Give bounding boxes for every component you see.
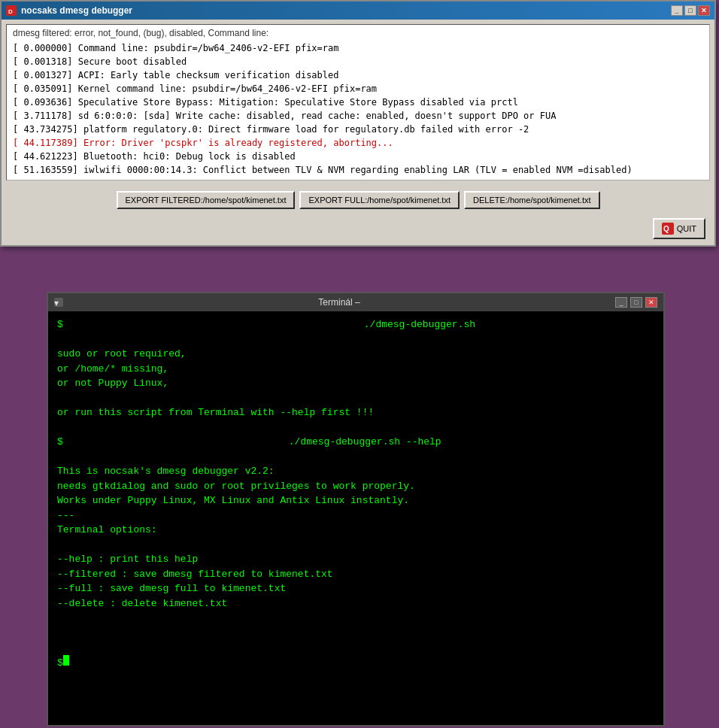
blank-8 xyxy=(57,640,654,655)
delete-button[interactable]: DELETE:/home/spot/kimenet.txt xyxy=(464,191,600,209)
term-line-help: or run this script from Terminal with --… xyxy=(57,405,654,420)
command-text-2: ./dmesg-debugger.sh --help xyxy=(289,435,441,450)
command-line-2: $ ./dmesg-debugger.sh --help xyxy=(57,435,654,450)
terminal-body: $ ./dmesg-debugger.sh sudo or root requi… xyxy=(48,311,663,725)
blank-2 xyxy=(57,391,654,406)
svg-text:D: D xyxy=(8,8,13,14)
blank-7 xyxy=(57,626,654,641)
term-line-opt-help: --help : print this help xyxy=(57,552,654,567)
terminal-close-button[interactable]: ✕ xyxy=(645,297,657,308)
maximize-button[interactable]: □ xyxy=(684,5,696,16)
term-line-options: Terminal options: xyxy=(57,523,654,538)
term-line-opt-full: --full : save dmesg full to kimenet.txt xyxy=(57,581,654,596)
terminal-minimize-button[interactable]: _ xyxy=(615,297,627,308)
terminal-title: Terminál – xyxy=(318,297,360,308)
final-prompt-line: $ xyxy=(57,655,654,671)
log-line-1: [ 0.001318] Secure boot disabled xyxy=(13,55,703,68)
command-text-1: ./dmesg-debugger.sh xyxy=(364,317,475,332)
terminal-menu-button[interactable]: ▾ xyxy=(54,298,63,307)
minimize-button[interactable]: _ xyxy=(671,5,683,16)
export-full-button[interactable]: EXPORT FULL:/home/spot/kimenet.txt xyxy=(299,191,460,209)
close-button[interactable]: ✕ xyxy=(698,5,710,16)
export-filtered-button[interactable]: EXPORT FILTERED:/home/spot/kimenet.txt xyxy=(117,191,296,209)
log-lines: [ 0.000000] Command line: psubdir=/bw64_… xyxy=(13,41,703,177)
log-line-0: [ 0.000000] Command line: psubdir=/bw64_… xyxy=(13,41,703,55)
term-line-works: Works under Puppy Linux, MX Linux and An… xyxy=(57,493,654,508)
blank-6 xyxy=(57,611,654,626)
blank-5 xyxy=(57,538,654,553)
quit-icon: Q xyxy=(662,223,674,235)
svg-text:Q: Q xyxy=(663,225,669,233)
bottom-row: Q QUIT xyxy=(2,215,714,245)
log-line-5: [ 3.711178] sd 6:0:0:0: [sda] Write cach… xyxy=(13,109,703,123)
filter-label: dmesg filtered: error, not_found, (bug),… xyxy=(13,28,703,38)
terminal-maximize-button[interactable]: □ xyxy=(630,297,642,308)
quit-label: QUIT xyxy=(677,224,696,233)
terminal-title-bar: ▾ Terminál – _ □ ✕ xyxy=(48,293,663,311)
main-window: D nocsaks dmesg debugger _ □ ✕ dmesg fil… xyxy=(0,0,716,247)
log-line-4: [ 0.093636] Speculative Store Bypass: Mi… xyxy=(13,96,703,109)
app-icon: D xyxy=(6,5,17,16)
term-line-opt-filtered: --filtered : save dmesg filtered to kime… xyxy=(57,567,654,582)
term-line-needs: needs gtkdialog and sudo or root privile… xyxy=(57,479,654,494)
prompt-2: $ xyxy=(57,435,63,450)
log-line-3: [ 0.035091] Kernel command line: psubdir… xyxy=(13,82,703,96)
log-line-9: [ 51.163559] iwlwifi 0000:00:14.3: Confl… xyxy=(13,163,703,177)
blank-4 xyxy=(57,450,654,465)
title-bar-buttons: _ □ ✕ xyxy=(671,5,710,16)
log-line-2: [ 0.001327] ACPI: Early table checksum v… xyxy=(13,68,703,82)
quit-button[interactable]: Q QUIT xyxy=(653,218,705,239)
log-line-8: [ 44.621223] Bluetooth: hci0: Debug lock… xyxy=(13,150,703,163)
terminal-title-left: ▾ xyxy=(54,298,63,307)
term-line-puppy: or not Puppy Linux, xyxy=(57,376,654,391)
terminal-title-buttons: _ □ ✕ xyxy=(615,297,657,308)
terminal-window: ▾ Terminál – _ □ ✕ $ ./dmesg-debugger.sh… xyxy=(47,292,665,726)
term-line-sudo: sudo or root required, xyxy=(57,347,654,362)
term-line-opt-delete: --delete : delete kimenet.txt xyxy=(57,596,654,611)
final-prompt-symbol: $ xyxy=(57,656,63,671)
term-line-version: This is nocsak's dmesg debugger v2.2: xyxy=(57,464,654,479)
main-title-bar: D nocsaks dmesg debugger _ □ ✕ xyxy=(2,2,714,20)
main-window-title: nocsaks dmesg debugger xyxy=(21,5,132,16)
terminal-cursor xyxy=(63,655,69,666)
log-line-7-error: [ 44.117389] Error: Driver 'pcspkr' is a… xyxy=(13,136,703,150)
term-line-home: or /home/* missing, xyxy=(57,362,654,377)
log-content-area: dmesg filtered: error, not_found, (bug),… xyxy=(6,24,710,180)
term-line-dashes: --- xyxy=(57,508,654,523)
blank-3 xyxy=(57,420,654,435)
command-line-1: $ ./dmesg-debugger.sh xyxy=(57,317,654,332)
title-bar-left: D nocsaks dmesg debugger xyxy=(6,5,132,16)
log-line-6: [ 43.734275] platform regulatory.0: Dire… xyxy=(13,123,703,136)
prompt-1: $ xyxy=(57,317,63,332)
action-buttons-row: EXPORT FILTERED:/home/spot/kimenet.txt E… xyxy=(2,185,714,215)
blank-1 xyxy=(57,332,654,347)
